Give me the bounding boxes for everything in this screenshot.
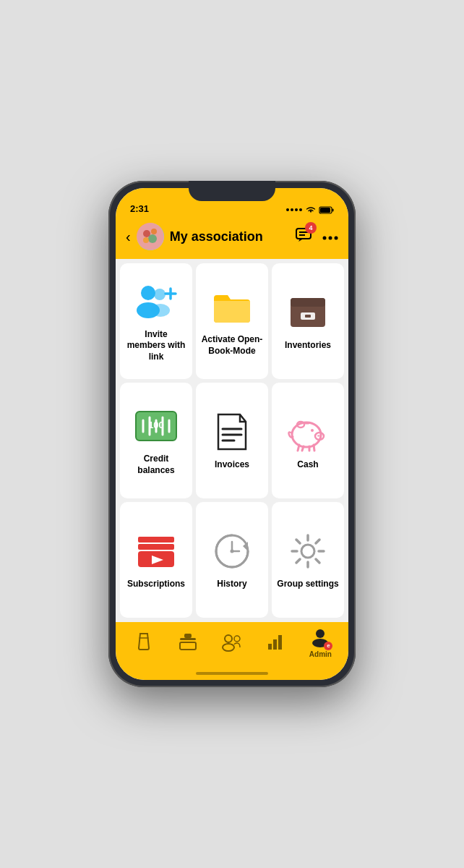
svg-rect-71	[268, 644, 272, 650]
svg-point-54	[231, 550, 234, 553]
svg-line-61	[316, 559, 319, 563]
credit-label: Credit balances	[124, 454, 188, 476]
home-indicator	[196, 672, 268, 675]
status-icons	[286, 205, 334, 214]
invoice-icon	[210, 410, 254, 454]
header-title: My association	[170, 229, 263, 244]
nav-item-food[interactable]	[166, 632, 210, 652]
svg-point-5	[151, 229, 157, 234]
svg-rect-72	[273, 639, 277, 650]
invite-icon	[134, 280, 178, 323]
svg-point-38	[319, 435, 321, 437]
grid-item-history[interactable]: History	[196, 502, 268, 618]
inventories-label: Inventories	[285, 340, 331, 352]
svg-line-41	[298, 445, 299, 451]
svg-rect-2	[320, 208, 330, 213]
nav-item-stats[interactable]	[254, 634, 298, 651]
food-icon	[179, 632, 197, 651]
svg-rect-47	[138, 544, 174, 550]
svg-line-42	[302, 446, 304, 451]
grid-item-settings[interactable]: Group settings	[272, 502, 344, 618]
avatar[interactable]	[137, 223, 164, 250]
svg-rect-65	[180, 638, 196, 640]
wifi-icon	[305, 205, 317, 214]
bottom-nav: e Admin	[116, 622, 348, 667]
phone-frame: 2:31	[108, 181, 356, 687]
header-left: ‹ My association	[126, 223, 263, 250]
grid-item-cash[interactable]: Cash	[272, 383, 344, 498]
svg-point-7	[143, 237, 149, 243]
svg-rect-73	[278, 635, 282, 650]
svg-point-14	[141, 286, 155, 300]
grid-item-inventories[interactable]: Inventories	[272, 263, 344, 379]
svg-rect-21	[291, 298, 325, 307]
grid-item-open-book[interactable]: Activate Open-Book-Mode	[196, 263, 268, 379]
svg-point-70	[234, 636, 240, 642]
svg-rect-67	[180, 642, 196, 650]
settings-icon	[286, 529, 330, 573]
svg-line-63	[296, 559, 300, 563]
subscriptions-icon	[134, 529, 178, 573]
notification-button[interactable]: 4	[295, 226, 312, 247]
svg-rect-40	[304, 422, 309, 425]
admin-badge: e	[324, 642, 332, 650]
svg-point-12	[329, 237, 332, 240]
svg-point-11	[323, 237, 327, 240]
svg-point-74	[316, 629, 325, 638]
header: ‹ My association	[116, 217, 348, 259]
svg-rect-66	[184, 634, 192, 638]
invoices-label: Invoices	[215, 459, 249, 471]
signal-dots	[286, 208, 302, 211]
svg-line-62	[316, 540, 319, 543]
box-icon	[286, 291, 330, 334]
invite-members-label: Invite members with link	[124, 329, 188, 363]
members-icon	[222, 634, 242, 650]
back-button[interactable]: ‹	[126, 229, 131, 245]
svg-rect-23	[305, 315, 311, 318]
svg-point-45	[311, 429, 314, 432]
svg-point-55	[301, 545, 314, 558]
svg-text:100: 100	[148, 420, 164, 430]
svg-point-13	[335, 237, 338, 240]
folder-icon	[210, 285, 254, 328]
subscriptions-label: Subscriptions	[127, 579, 185, 590]
history-label: History	[217, 579, 246, 590]
admin-label: Admin	[309, 650, 332, 658]
svg-point-37	[317, 435, 319, 437]
svg-point-68	[225, 635, 232, 642]
grid-item-credit[interactable]: 100 Credit balances	[120, 383, 192, 498]
notch	[189, 181, 275, 201]
nav-item-drinks[interactable]	[121, 632, 166, 652]
header-right: 4	[295, 226, 338, 247]
svg-line-44	[314, 445, 314, 451]
notification-badge: 4	[305, 222, 317, 234]
stats-icon	[267, 634, 285, 650]
drink-icon	[136, 632, 152, 651]
nav-item-members[interactable]	[210, 634, 254, 651]
more-menu-button[interactable]	[322, 230, 338, 243]
piggy-icon	[286, 410, 330, 454]
svg-point-69	[223, 644, 234, 651]
status-time: 2:31	[130, 203, 149, 214]
svg-rect-1	[332, 208, 334, 211]
main-grid: Invite members with link Activate Open-B…	[116, 259, 348, 622]
svg-point-6	[148, 234, 157, 243]
nav-item-admin[interactable]: e Admin	[298, 627, 343, 658]
phone-screen: 2:31	[116, 188, 348, 680]
open-book-label: Activate Open-Book-Mode	[200, 334, 264, 357]
svg-line-60	[296, 540, 300, 543]
cash-label: Cash	[297, 459, 318, 471]
grid-item-invite-members[interactable]: Invite members with link	[120, 263, 192, 379]
svg-point-16	[154, 289, 166, 300]
more-icon	[322, 236, 338, 240]
svg-rect-46	[138, 537, 174, 542]
grid-item-invoices[interactable]: Invoices	[196, 383, 268, 498]
credit-icon: 100	[134, 404, 178, 448]
svg-point-35	[292, 422, 321, 447]
svg-point-17	[151, 304, 170, 317]
grid-item-subscriptions[interactable]: Subscriptions	[120, 502, 192, 618]
group-settings-label: Group settings	[277, 579, 338, 590]
battery-icon	[319, 206, 334, 214]
home-indicator-bar	[116, 667, 348, 680]
history-icon	[210, 529, 254, 573]
